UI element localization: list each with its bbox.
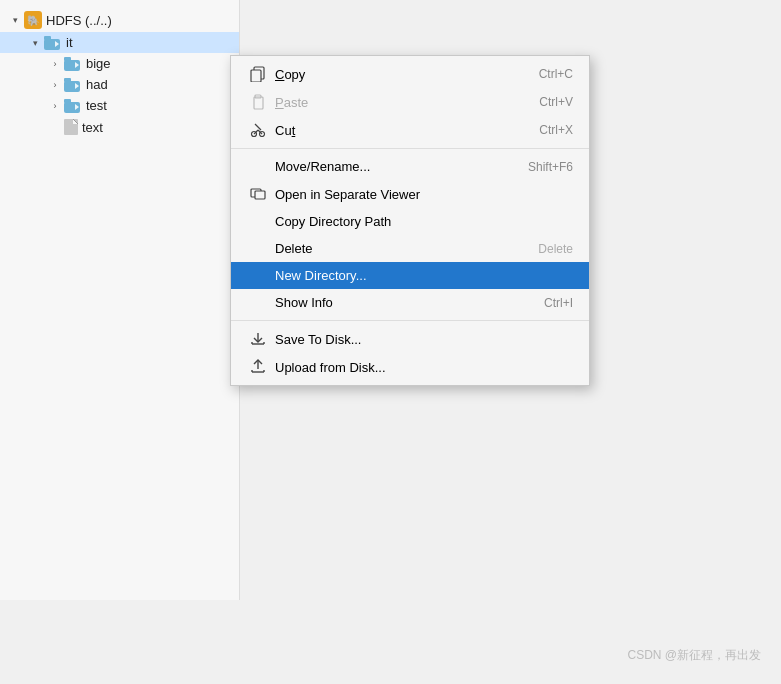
svg-rect-10 (64, 99, 71, 103)
move-label: Move/Rename... (275, 159, 512, 174)
save-disk-icon (247, 331, 269, 347)
chevron-down-icon: ▾ (8, 13, 22, 27)
svg-rect-25 (255, 191, 265, 199)
folder-arrow-icon (64, 57, 82, 71)
show-info-shortcut: Ctrl+I (544, 296, 573, 310)
cut-shortcut: Ctrl+X (539, 123, 573, 137)
open-viewer-icon (247, 186, 269, 202)
cut-label: Cut (275, 123, 523, 138)
menu-item-save-disk[interactable]: Save To Disk... (231, 325, 589, 353)
delete-shortcut: Delete (538, 242, 573, 256)
menu-item-upload-disk[interactable]: Upload from Disk... (231, 353, 589, 381)
save-disk-label: Save To Disk... (275, 332, 557, 347)
chevron-right-icon: › (48, 78, 62, 92)
tree-item-it[interactable]: ▾ it (0, 32, 239, 53)
copy-shortcut: Ctrl+C (539, 67, 573, 81)
copy-icon (247, 66, 269, 82)
svg-line-23 (255, 124, 261, 130)
upload-disk-label: Upload from Disk... (275, 360, 557, 375)
copy-label: Copy (275, 67, 523, 82)
separator-2 (231, 320, 589, 321)
tree-item-text[interactable]: › text (0, 116, 239, 138)
svg-rect-4 (64, 57, 71, 61)
menu-item-delete[interactable]: Delete Delete (231, 235, 589, 262)
open-viewer-label: Open in Separate Viewer (275, 187, 557, 202)
hdfs-icon: 🐘 (24, 11, 42, 29)
menu-item-copy-path[interactable]: Copy Directory Path (231, 208, 589, 235)
bige-label: bige (86, 56, 111, 71)
menu-item-paste[interactable]: Paste Ctrl+V (231, 88, 589, 116)
menu-item-open-viewer[interactable]: Open in Separate Viewer (231, 180, 589, 208)
delete-label: Delete (275, 241, 522, 256)
move-shortcut: Shift+F6 (528, 160, 573, 174)
tree-item-bige[interactable]: › bige (0, 53, 239, 74)
svg-rect-16 (251, 70, 261, 82)
paste-icon (247, 94, 269, 110)
paste-shortcut: Ctrl+V (539, 95, 573, 109)
context-menu: Copy Ctrl+C Paste Ctrl+V Cut Ctrl+X Move… (230, 55, 590, 386)
upload-disk-icon (247, 359, 269, 375)
menu-item-cut[interactable]: Cut Ctrl+X (231, 116, 589, 144)
svg-rect-7 (64, 78, 71, 82)
svg-rect-17 (254, 97, 263, 109)
tree-item-had[interactable]: › had (0, 74, 239, 95)
hdfs-label: HDFS (../..) (46, 13, 112, 28)
menu-item-new-directory[interactable]: New Directory... (231, 262, 589, 289)
file-tree: ▾ 🐘 HDFS (../..) ▾ it › bige › had (0, 0, 240, 600)
chevron-down-icon: ▾ (28, 36, 42, 50)
chevron-right-icon: › (48, 57, 62, 71)
tree-item-test[interactable]: › test (0, 95, 239, 116)
copy-path-label: Copy Directory Path (275, 214, 557, 229)
it-label: it (66, 35, 73, 50)
separator-1 (231, 148, 589, 149)
folder-arrow-icon (64, 78, 82, 92)
menu-item-copy[interactable]: Copy Ctrl+C (231, 60, 589, 88)
test-label: test (86, 98, 107, 113)
tree-item-hdfs[interactable]: ▾ 🐘 HDFS (../..) (0, 8, 239, 32)
show-info-label: Show Info (275, 295, 528, 310)
had-label: had (86, 77, 108, 92)
folder-arrow-icon (64, 99, 82, 113)
watermark: CSDN @新征程，再出发 (627, 647, 761, 664)
new-directory-label: New Directory... (275, 268, 557, 283)
text-label: text (82, 120, 103, 135)
chevron-right-icon: › (48, 99, 62, 113)
paste-label: Paste (275, 95, 523, 110)
cut-icon (247, 122, 269, 138)
menu-item-show-info[interactable]: Show Info Ctrl+I (231, 289, 589, 316)
svg-rect-1 (44, 36, 51, 40)
menu-item-move[interactable]: Move/Rename... Shift+F6 (231, 153, 589, 180)
file-icon (64, 119, 78, 135)
folder-arrow-icon (44, 36, 62, 50)
